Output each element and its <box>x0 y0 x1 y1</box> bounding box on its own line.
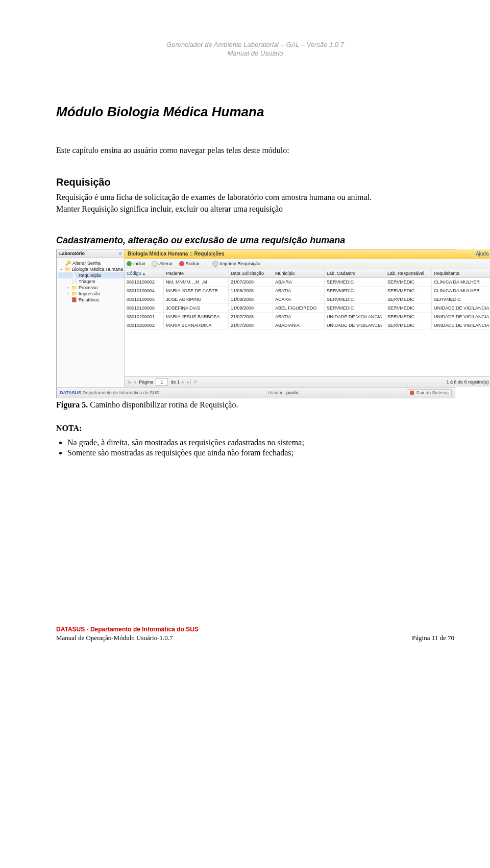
pager-first-icon[interactable]: |◂ <box>128 379 131 385</box>
collapse-icon[interactable]: « <box>119 251 121 256</box>
cell-municipio: ABEL FIGUEIREDO <box>273 304 325 312</box>
cell-labcad: UNIDADE DE VIGILANCIA <box>325 313 385 321</box>
cell-paciente: MARIA JESUS BARBOSA <box>164 313 229 321</box>
cell-paciente: JOSEFINA DIAS <box>164 304 229 312</box>
cell-labresp: SERVMEDIC <box>385 287 432 295</box>
pager-label-de: de 1 <box>170 379 180 385</box>
fold-icon: 📁 <box>71 291 77 296</box>
sidebar-item-label: Alterar Senha <box>72 261 101 266</box>
cell-codigo: 08010100006 <box>125 304 164 312</box>
sidebar-item[interactable]: +📁Processo <box>58 285 124 291</box>
col-labcadastro[interactable]: Lab. Cadastro <box>325 269 385 277</box>
sidebar-item[interactable]: −📁Biologia Médica Humana <box>58 266 124 272</box>
help-link[interactable]: ❔ Ajuda <box>468 251 489 257</box>
table-row[interactable]: 08010100005JOSE AGRIPINO11/08/2008ACARAS… <box>125 295 490 304</box>
status-user-value: paulo <box>286 390 299 395</box>
sidebar-item[interactable]: 📕Relatórios <box>58 297 124 303</box>
cell-data: 21/07/2008 <box>229 313 273 321</box>
excluir-button[interactable]: Excluir <box>179 261 200 266</box>
paragraph-req-manter: Manter Requisição significa incluir, exc… <box>56 203 454 215</box>
cell-paciente: MARIA JOSE DE CASTR <box>164 287 229 295</box>
fold-icon: 📁 <box>71 285 77 290</box>
pager-last-icon[interactable]: ▸| <box>187 379 191 385</box>
pager-refresh-icon[interactable]: ⟳ <box>193 379 198 385</box>
pager-next-icon[interactable]: ▸ <box>182 379 185 385</box>
col-paciente[interactable]: Paciente <box>164 269 229 277</box>
cell-labcad: SERVMEDIC <box>325 287 385 295</box>
pager-prev-icon[interactable]: ◂ <box>134 379 136 385</box>
cell-data: 11/08/2008 <box>229 295 273 303</box>
doc-header: Gerenciador de Ambiente Laboratorial – G… <box>56 41 454 58</box>
nota-item: Somente são mostradas as requisições que… <box>67 448 454 457</box>
cell-labresp: SERVMEDIC <box>385 295 432 303</box>
alterar-label: Alterar <box>159 261 173 266</box>
expand-icon[interactable]: + <box>66 286 70 290</box>
sidebar-item[interactable]: +📁Impressão <box>58 291 124 297</box>
sidebar-item-label: Relatórios <box>79 297 100 302</box>
cell-requisitante: UNIDADE DE VIGILANCIA <box>432 304 490 312</box>
cell-codigo: 08010100004 <box>125 287 164 295</box>
cell-data: 21/07/2008 <box>229 321 273 329</box>
pager: |◂ ◂ Página de 1 ▸ ▸| ⟳ 1 à 6 de 6 regis… <box>125 376 490 387</box>
paragraph-req-def: Requisição é uma ficha de solicitação de… <box>56 191 454 203</box>
toolbar-separator <box>206 260 206 267</box>
incluir-button[interactable]: Incluir <box>127 261 145 266</box>
doc-header-line1: Gerenciador de Ambiente Laboratorial – G… <box>56 41 454 49</box>
statusbar: DATASUS Departamento de Informática do S… <box>57 387 455 398</box>
col-municipio[interactable]: Município <box>273 269 325 277</box>
table-row[interactable]: 08010100006JOSEFINA DIAS11/08/2008ABEL F… <box>125 304 490 313</box>
cell-requisitante: SERVMEDIC <box>432 295 490 303</box>
imprimir-button[interactable]: Imprimir Requisição <box>212 261 261 267</box>
sidebar-item[interactable]: 🔑Alterar Senha <box>58 260 124 266</box>
help-label: Ajuda <box>476 251 489 257</box>
cell-codigo: 08010100005 <box>125 295 164 303</box>
doc-header-line2: Manual do Usuário <box>56 49 454 58</box>
table-row[interactable]: 08010100004MARIA JOSE DE CASTR11/08/2008… <box>125 287 490 295</box>
cell-municipio: ABATIA <box>273 287 325 295</box>
cell-codigo: 08010100002 <box>125 278 164 286</box>
print-icon <box>212 261 218 267</box>
edit-icon <box>152 261 158 267</box>
plus-icon <box>127 261 132 266</box>
status-dept: Departamento de Informática do SUS <box>83 390 159 395</box>
cell-labresp: SERVMEDIC <box>385 313 432 321</box>
col-labresp[interactable]: Lab. Responsável <box>385 269 432 277</box>
cell-labcad: SERVMEDIC <box>325 295 385 303</box>
col-data[interactable]: Data Solicitação <box>229 269 273 277</box>
table-row[interactable]: 08010200002MARIA BERNARDINA21/07/2008ABA… <box>125 321 490 330</box>
alterar-button[interactable]: Alterar <box>152 261 173 267</box>
expand-icon[interactable]: − <box>60 267 63 272</box>
cell-codigo: 08010200002 <box>125 321 164 329</box>
pager-page-input[interactable] <box>156 378 168 386</box>
nota-list: Na grade, à direita, são mostradas as re… <box>67 438 454 457</box>
cell-paciente: MARIA BERNARDINA <box>164 321 229 329</box>
cell-data: 11/08/2008 <box>229 287 273 295</box>
pager-label-pagina: Página <box>139 379 153 385</box>
nota-label: NOTA: <box>56 424 454 433</box>
cell-requisitante: CLINICA DA MULHER <box>432 287 490 295</box>
sidebar-header: Laboratório « <box>57 249 124 258</box>
footer-red: DATASUS - Departamento de Informática do… <box>56 626 454 633</box>
cell-data: 21/07/2008 <box>229 278 273 286</box>
cell-municipio: ABATIA <box>273 313 325 321</box>
app-screenshot: Laboratório « 🔑Alterar Senha−📁Biologia M… <box>56 249 455 398</box>
sidebar-item[interactable]: 📄Triagem <box>58 278 124 285</box>
col-codigo[interactable]: Código▲ <box>125 269 164 277</box>
grid-empty-area <box>125 330 490 376</box>
figure-caption-text: Caminho disponibilizar rotina de Requisi… <box>88 400 238 409</box>
col-requisitante[interactable]: Requisitante <box>432 269 490 277</box>
cell-municipio: ABADIANIA <box>273 321 325 329</box>
expand-icon[interactable]: + <box>66 292 70 296</box>
table-row[interactable]: 08010200001MARIA JESUS BARBOSA21/07/2008… <box>125 313 490 321</box>
breadcrumb-bar: Biologia Médica Humana :: Requisições ❔ … <box>125 249 490 259</box>
sidebar-item[interactable]: 📄Requisição <box>58 272 124 278</box>
logout-button[interactable]: Sair do Sistema <box>407 389 452 396</box>
imprimir-label: Imprimir Requisição <box>220 261 261 266</box>
paragraph-intro: Este capítulo ensina ao usuário como nav… <box>56 144 454 156</box>
help-icon: ❔ <box>468 251 474 257</box>
heading-3-cadastramento: Cadastramento, alteração ou exclusão de … <box>56 235 454 246</box>
sidebar-item-label: Biologia Médica Humana <box>72 267 123 272</box>
excluir-label: Excluir <box>186 261 200 266</box>
grid-body: 08010100002NM,.MNMM., ,M. ,M21/07/2008AB… <box>125 278 490 330</box>
table-row[interactable]: 08010100002NM,.MNMM., ,M. ,M21/07/2008AB… <box>125 278 490 287</box>
